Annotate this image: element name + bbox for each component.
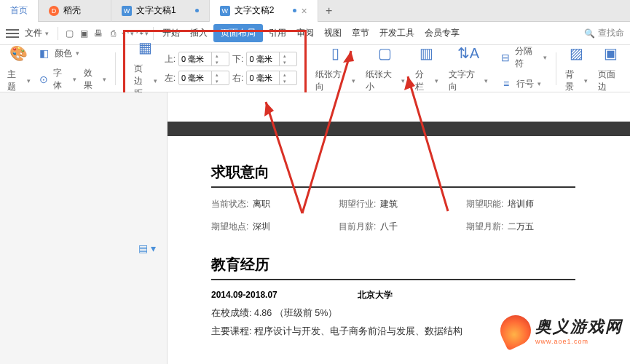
spinner-up-icon[interactable]: ▴	[280, 71, 289, 78]
status-value: 离职	[253, 198, 270, 210]
salary-exp-value: 二万五	[508, 221, 534, 233]
text-direction-icon[interactable]: ⇅A	[457, 42, 479, 64]
paper-direction-icon[interactable]: ▯	[325, 42, 347, 64]
modified-dot-icon	[293, 9, 296, 12]
salary-exp-label: 期望月薪:	[466, 221, 503, 233]
separator	[115, 52, 116, 85]
status-label: 当前状态:	[211, 198, 248, 210]
margin-right-input[interactable]: ▴▾	[246, 71, 297, 85]
position-value: 培训师	[508, 198, 534, 210]
spinner-down-icon[interactable]: ▾	[212, 59, 221, 66]
search-icon: 🔍	[584, 28, 595, 39]
margin-left-input[interactable]: ▴▾	[178, 71, 229, 85]
page-border-button[interactable]: 页面边	[596, 67, 624, 95]
hamburger-icon[interactable]	[6, 29, 19, 38]
separator	[58, 27, 58, 40]
spinner-up-icon[interactable]: ▴	[212, 52, 221, 59]
close-icon[interactable]: ×	[301, 5, 307, 17]
line-number-button[interactable]: ≡行号▾	[497, 74, 543, 93]
section-education: 教育经历	[211, 255, 575, 280]
separator-icon: ⊟	[498, 50, 513, 66]
section-job-intent: 求职意向	[211, 162, 575, 188]
chevron-down-icon: ▾	[45, 30, 49, 37]
font-icon: ⊙	[36, 71, 51, 87]
resume-header-bar	[168, 122, 630, 136]
menu-devtools[interactable]: 开发工具	[375, 24, 419, 42]
watermark: 奥义游戏网 www.aoe1.com	[500, 315, 623, 346]
tab-doc1-label: 文字文稿1	[136, 4, 176, 17]
margin-left-label: 左:	[165, 72, 176, 84]
watermark-title: 奥义游戏网	[535, 316, 623, 338]
background-button[interactable]: 背景▾	[564, 67, 590, 95]
color-button[interactable]: ◧颜色▾	[35, 44, 81, 63]
industry-value: 建筑	[380, 198, 398, 210]
docke-icon: D	[49, 6, 59, 16]
word-icon: W	[122, 6, 132, 16]
save-icon[interactable]: ▢	[63, 27, 76, 40]
font-button[interactable]: ⊙字体▾	[35, 66, 78, 93]
margin-bottom-label: 下:	[232, 53, 243, 66]
margin-bottom-input[interactable]: ▴▾	[246, 52, 297, 66]
outline-icon[interactable]: ▤ ▾	[138, 242, 156, 254]
paper-size-button[interactable]: 纸张大小▾	[364, 67, 406, 95]
salary-now-value: 八千	[380, 221, 398, 233]
edu-period: 2014.09-2018.07北京大学	[211, 289, 601, 301]
menu-view[interactable]: 视图	[320, 24, 346, 42]
columns-icon[interactable]: ▥	[416, 42, 438, 64]
color-icon: ◧	[36, 45, 52, 61]
print-icon[interactable]: 🖶	[92, 27, 105, 40]
edu-school: 北京大学	[358, 289, 393, 301]
print-preview-icon[interactable]: ⎙	[106, 27, 119, 40]
navigation-sidebar: ▤ ▾	[0, 92, 168, 364]
file-menu[interactable]: 文件▾	[20, 24, 53, 42]
salary-now-label: 目前月薪:	[339, 221, 376, 233]
industry-label: 期望行业:	[339, 198, 376, 210]
margin-top-input[interactable]: ▴▾	[178, 52, 229, 66]
text-direction-button[interactable]: 文字方向▾	[447, 67, 489, 95]
word-icon: W	[220, 6, 230, 16]
position-label: 期望职能:	[466, 198, 503, 210]
menu-vip[interactable]: 会员专享	[420, 24, 464, 42]
menu-chapter[interactable]: 章节	[347, 24, 374, 42]
margin-right-label: 右:	[232, 72, 243, 84]
tab-doc2[interactable]: W 文字文稿2 ×	[210, 0, 318, 22]
spinner-down-icon[interactable]: ▾	[212, 78, 221, 84]
watermark-logo-icon	[500, 315, 531, 346]
theme-palette-icon[interactable]: 🎨	[8, 42, 30, 64]
spinner-down-icon[interactable]: ▾	[280, 59, 289, 66]
separator	[556, 52, 556, 85]
theme-button[interactable]: 主题▾	[6, 67, 32, 95]
search-box[interactable]: 🔍查找命	[584, 27, 624, 39]
save-as-icon[interactable]: ▣	[77, 27, 90, 40]
tab-doc1[interactable]: W 文字文稿1	[111, 0, 210, 22]
watermark-url: www.aoe1.com	[535, 338, 623, 345]
effect-button[interactable]: 效果▾	[82, 66, 109, 93]
line-number-icon: ≡	[498, 76, 514, 92]
location-value: 深圳	[253, 221, 270, 233]
tab-home[interactable]: 首页	[0, 0, 39, 22]
spinner-down-icon[interactable]: ▾	[280, 78, 289, 84]
margin-top-label: 上:	[165, 53, 176, 66]
new-tab-button[interactable]: +	[318, 0, 340, 22]
location-label: 期望地点:	[211, 221, 248, 233]
tab-home-label: 首页	[10, 4, 28, 17]
paper-direction-button[interactable]: 纸张方向▾	[314, 67, 356, 95]
separator-button[interactable]: ⊟分隔符▾	[497, 44, 548, 71]
tab-doc2-label: 文字文稿2	[235, 4, 275, 17]
spinner-up-icon[interactable]: ▴	[280, 52, 289, 59]
page-border-icon[interactable]: ▣	[599, 42, 621, 64]
tab-docke-label: 稻壳	[63, 4, 81, 17]
columns-button[interactable]: 分栏▾	[414, 67, 440, 95]
tab-docke[interactable]: D 稻壳	[39, 0, 111, 22]
paper-size-icon[interactable]: ▢	[374, 42, 396, 64]
background-icon[interactable]: ▨	[565, 42, 587, 64]
modified-dot-icon	[195, 9, 199, 12]
spinner-up-icon[interactable]: ▴	[212, 71, 221, 78]
margins-icon[interactable]: ▦	[135, 36, 157, 58]
